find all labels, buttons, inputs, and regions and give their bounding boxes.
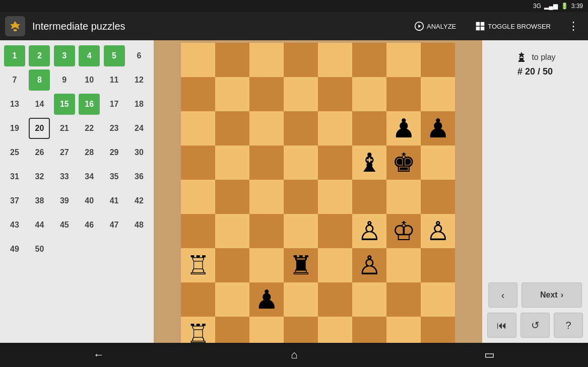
square-0-4[interactable] xyxy=(318,43,352,77)
puzzle-cell-16[interactable]: 16 xyxy=(79,94,100,115)
square-0-6[interactable] xyxy=(386,43,421,77)
square-5-1[interactable] xyxy=(215,214,249,248)
square-3-2[interactable] xyxy=(249,145,284,180)
puzzle-cell-10[interactable]: 10 xyxy=(79,69,100,91)
square-1-5[interactable] xyxy=(352,77,386,111)
puzzle-cell-36[interactable]: 36 xyxy=(128,166,150,187)
puzzle-cell-26[interactable]: 26 xyxy=(29,142,50,163)
puzzle-cell-45[interactable]: 45 xyxy=(54,214,75,236)
puzzle-cell-32[interactable]: 32 xyxy=(29,166,50,187)
puzzle-cell-37[interactable]: 37 xyxy=(4,190,25,211)
puzzle-cell-28[interactable]: 28 xyxy=(79,142,100,163)
puzzle-cell-50[interactable]: 50 xyxy=(29,239,50,260)
puzzle-cell-1[interactable]: 1 xyxy=(4,45,25,66)
square-3-0[interactable] xyxy=(181,145,215,180)
puzzle-cell-44[interactable]: 44 xyxy=(29,214,50,236)
square-6-2[interactable] xyxy=(249,248,284,282)
square-6-5[interactable]: ♙ xyxy=(352,248,386,282)
square-8-4[interactable] xyxy=(318,317,352,343)
square-2-7[interactable]: ♟ xyxy=(421,111,455,145)
next-button[interactable]: Next › xyxy=(521,282,582,308)
square-4-6[interactable] xyxy=(386,180,421,214)
square-5-5[interactable]: ♙ xyxy=(352,214,386,248)
square-8-1[interactable] xyxy=(215,317,249,343)
square-1-6[interactable] xyxy=(386,77,421,111)
puzzle-cell-46[interactable]: 46 xyxy=(79,214,100,236)
square-0-3[interactable] xyxy=(284,43,318,77)
square-5-2[interactable] xyxy=(249,214,284,248)
square-7-5[interactable] xyxy=(352,282,386,317)
puzzle-cell-18[interactable]: 18 xyxy=(128,94,150,115)
square-2-1[interactable] xyxy=(215,111,249,145)
more-menu-button[interactable]: ⋮ xyxy=(564,20,583,33)
puzzle-cell-4[interactable]: 4 xyxy=(79,45,100,66)
puzzle-cell-9[interactable]: 9 xyxy=(54,69,75,91)
puzzle-cell-25[interactable]: 25 xyxy=(4,142,25,163)
reset-button[interactable]: ⏮ xyxy=(487,313,516,338)
puzzle-cell-2[interactable]: 2 xyxy=(29,45,50,66)
square-1-3[interactable] xyxy=(284,77,318,111)
chess-board[interactable]: ♟♟♝♚♙♔♙♖♜♙♟♖ xyxy=(181,43,455,343)
square-7-1[interactable] xyxy=(215,282,249,317)
square-1-2[interactable] xyxy=(249,77,284,111)
square-8-6[interactable] xyxy=(386,317,421,343)
square-6-0[interactable]: ♖ xyxy=(181,248,215,282)
square-5-3[interactable] xyxy=(284,214,318,248)
back-icon[interactable]: ← xyxy=(93,348,104,361)
puzzle-cell-17[interactable]: 17 xyxy=(104,94,125,115)
square-3-3[interactable] xyxy=(284,145,318,180)
puzzle-cell-48[interactable]: 48 xyxy=(128,214,150,236)
square-1-0[interactable] xyxy=(181,77,215,111)
puzzle-cell-38[interactable]: 38 xyxy=(29,190,50,211)
puzzle-cell-42[interactable]: 42 xyxy=(128,190,150,211)
square-2-3[interactable] xyxy=(284,111,318,145)
puzzle-cell-20[interactable]: 20 xyxy=(29,118,50,139)
puzzle-cell-29[interactable]: 29 xyxy=(104,142,125,163)
square-6-1[interactable] xyxy=(215,248,249,282)
analyze-button[interactable]: ANALYZE xyxy=(408,18,462,34)
square-1-4[interactable] xyxy=(318,77,352,111)
puzzle-cell-22[interactable]: 22 xyxy=(79,118,100,139)
puzzle-cell-47[interactable]: 47 xyxy=(104,214,125,236)
square-8-2[interactable] xyxy=(249,317,284,343)
puzzle-cell-40[interactable]: 40 xyxy=(79,190,100,211)
puzzle-cell-49[interactable]: 49 xyxy=(4,239,25,260)
puzzle-cell-43[interactable]: 43 xyxy=(4,214,25,236)
square-5-4[interactable] xyxy=(318,214,352,248)
puzzle-cell-8[interactable]: 8 xyxy=(29,69,50,91)
puzzle-cell-21[interactable]: 21 xyxy=(54,118,75,139)
square-2-2[interactable] xyxy=(249,111,284,145)
square-5-0[interactable] xyxy=(181,214,215,248)
square-7-4[interactable] xyxy=(318,282,352,317)
square-4-2[interactable] xyxy=(249,180,284,214)
puzzle-cell-11[interactable]: 11 xyxy=(104,69,125,91)
square-8-7[interactable] xyxy=(421,317,455,343)
puzzle-cell-24[interactable]: 24 xyxy=(128,118,150,139)
square-2-0[interactable] xyxy=(181,111,215,145)
square-3-5[interactable]: ♝ xyxy=(352,145,386,180)
square-8-0[interactable]: ♖ xyxy=(181,317,215,343)
puzzle-cell-13[interactable]: 13 xyxy=(4,94,25,115)
square-6-6[interactable] xyxy=(386,248,421,282)
square-0-2[interactable] xyxy=(249,43,284,77)
home-icon[interactable]: ⌂ xyxy=(291,348,297,361)
puzzle-cell-6[interactable]: 6 xyxy=(128,45,150,66)
square-8-3[interactable] xyxy=(284,317,318,343)
puzzle-cell-3[interactable]: 3 xyxy=(54,45,75,66)
square-4-1[interactable] xyxy=(215,180,249,214)
square-3-7[interactable] xyxy=(421,145,455,180)
square-3-4[interactable] xyxy=(318,145,352,180)
square-6-7[interactable] xyxy=(421,248,455,282)
puzzle-cell-35[interactable]: 35 xyxy=(104,166,125,187)
puzzle-cell-7[interactable]: 7 xyxy=(4,69,25,91)
puzzle-cell-39[interactable]: 39 xyxy=(54,190,75,211)
puzzle-cell-14[interactable]: 14 xyxy=(29,94,50,115)
square-7-6[interactable] xyxy=(386,282,421,317)
hint-button[interactable]: ? xyxy=(554,313,583,338)
puzzle-cell-15[interactable]: 15 xyxy=(54,94,75,115)
puzzle-cell-31[interactable]: 31 xyxy=(4,166,25,187)
square-5-7[interactable]: ♙ xyxy=(421,214,455,248)
square-0-7[interactable] xyxy=(421,43,455,77)
puzzle-cell-34[interactable]: 34 xyxy=(79,166,100,187)
square-8-5[interactable] xyxy=(352,317,386,343)
